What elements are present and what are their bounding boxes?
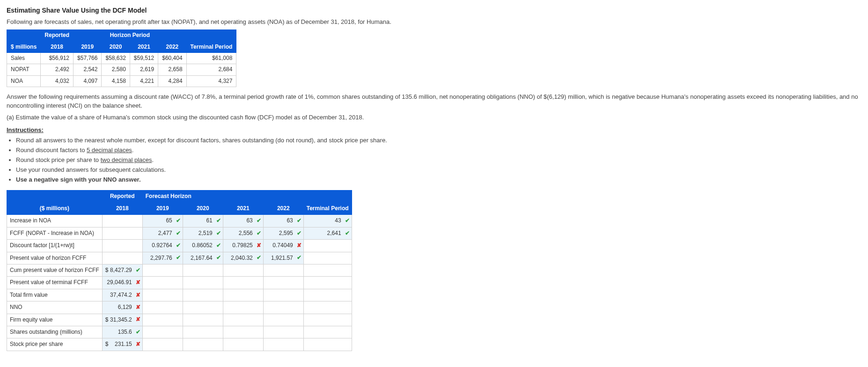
empty-cell — [142, 264, 183, 277]
empty-cell — [183, 277, 223, 289]
forecast-col-2021: 2021 — [130, 41, 158, 52]
data-cell: 2,542 — [74, 64, 102, 75]
answer-input[interactable]: 0.74049✘ — [263, 240, 303, 252]
forecast-col-2020: 2020 — [102, 41, 130, 52]
dcf-group-forecast: Forecast Horizon — [142, 190, 303, 202]
answer-input[interactable]: $31,345.2✘ — [102, 314, 142, 326]
empty-cell — [223, 314, 263, 326]
row-label: NNO — [7, 301, 103, 314]
cell-value: 2,040.32 — [231, 255, 253, 261]
check-icon: ✔ — [176, 254, 181, 262]
answer-input[interactable]: 0.79825✘ — [223, 240, 263, 252]
dcf-col-2019: 2019 — [142, 203, 183, 215]
answer-input[interactable]: 0.92764✔ — [142, 240, 183, 252]
cell-value: 0.92764 — [152, 242, 172, 249]
cell-value: 2,641 — [327, 230, 341, 236]
check-icon: ✔ — [176, 229, 181, 237]
answer-input[interactable]: 43✔ — [303, 215, 352, 227]
answer-input[interactable]: 135.6✔ — [102, 326, 142, 338]
data-cell: 4,097 — [74, 75, 102, 87]
empty-cell — [102, 227, 142, 239]
forecast-group-reported: Reported — [41, 30, 74, 41]
instruction-item: Round discount factors to 5 decimal plac… — [16, 146, 861, 155]
answer-input[interactable]: 2,519✔ — [183, 227, 223, 239]
check-icon: ✔ — [297, 217, 302, 225]
answer-input[interactable]: 2,040.32✔ — [223, 252, 263, 264]
answer-input[interactable]: 29,046.91✘ — [102, 277, 142, 289]
empty-cell — [102, 240, 142, 252]
dcf-col-2018: 2018 — [102, 203, 142, 215]
empty-cell — [223, 338, 263, 351]
data-cell: $57,766 — [74, 52, 102, 64]
row-label: Shares outstanding (millions) — [7, 326, 103, 338]
empty-cell — [263, 301, 303, 314]
answer-input[interactable]: 65✔ — [142, 215, 183, 227]
answer-input[interactable]: 2,641✔ — [303, 227, 352, 239]
answer-input[interactable]: 2,297.76✔ — [142, 252, 183, 264]
answer-input[interactable]: 2,167.64✔ — [183, 252, 223, 264]
x-icon: ✘ — [257, 242, 261, 250]
empty-cell — [223, 301, 263, 314]
table-row: Firm equity value$31,345.2✘ — [7, 314, 352, 326]
check-icon: ✔ — [216, 229, 221, 237]
answer-input[interactable]: 63✔ — [263, 215, 303, 227]
table-row: Stock price per share$231.15✘ — [7, 338, 352, 351]
answer-input[interactable]: 61✔ — [183, 215, 223, 227]
answer-input[interactable]: $8,427.29✔ — [102, 264, 142, 277]
dcf-col-2022: 2022 — [263, 203, 303, 215]
check-icon: ✔ — [345, 217, 350, 225]
empty-cell — [142, 326, 183, 338]
empty-cell — [263, 326, 303, 338]
check-icon: ✔ — [216, 217, 221, 225]
answer-input[interactable]: 2,477✔ — [142, 227, 183, 239]
x-icon: ✘ — [136, 340, 140, 348]
row-label: Discount factor [1/(1+rw)t] — [7, 240, 103, 252]
table-row: Shares outstanding (millions)135.6✔ — [7, 326, 352, 338]
answer-input[interactable]: 63✔ — [223, 215, 263, 227]
forecast-col-2018: 2018 — [41, 41, 74, 52]
page-title: Estimating Share Value Using the DCF Mod… — [7, 6, 861, 15]
dcf-col-2020: 2020 — [183, 203, 223, 215]
table-row: Total firm value37,474.2✘ — [7, 289, 352, 301]
data-cell: 4,032 — [41, 75, 74, 87]
data-cell: 2,619 — [130, 64, 158, 75]
cell-value: 65 — [166, 217, 172, 224]
empty-cell — [183, 314, 223, 326]
answer-input[interactable]: 2,556✔ — [223, 227, 263, 239]
answer-input[interactable]: $231.15✘ — [102, 338, 142, 351]
empty-cell — [303, 264, 352, 277]
empty-cell — [102, 215, 142, 227]
answer-input[interactable]: 0.86052✔ — [183, 240, 223, 252]
empty-cell — [263, 314, 303, 326]
empty-cell — [303, 252, 352, 264]
currency-prefix: $ — [105, 316, 109, 324]
table-row: NOPAT2,4922,5422,5802,6192,6582,684 — [7, 64, 236, 75]
answer-input[interactable]: 2,595✔ — [263, 227, 303, 239]
cell-value: 231.15 — [115, 341, 132, 347]
table-row: NNO6,129✘ — [7, 301, 352, 314]
check-icon: ✔ — [257, 217, 261, 225]
row-label: Firm equity value — [7, 314, 103, 326]
empty-cell — [142, 314, 183, 326]
empty-cell — [303, 338, 352, 351]
x-icon: ✘ — [297, 242, 302, 250]
data-cell: 2,580 — [102, 64, 130, 75]
answer-input[interactable]: 6,129✘ — [102, 301, 142, 314]
dcf-col-terminal: Terminal Period — [303, 203, 352, 215]
data-cell: 2,492 — [41, 64, 74, 75]
answer-input[interactable]: 37,474.2✘ — [102, 289, 142, 301]
empty-cell — [183, 338, 223, 351]
check-icon: ✔ — [216, 254, 221, 262]
x-icon: ✘ — [136, 316, 140, 324]
empty-cell — [183, 301, 223, 314]
cell-value: 1,921.57 — [271, 255, 293, 261]
answer-input[interactable]: 1,921.57✔ — [263, 252, 303, 264]
dcf-table: Reported Forecast Horizon ($ millions) 2… — [7, 190, 352, 351]
empty-cell — [183, 289, 223, 301]
empty-cell — [303, 314, 352, 326]
table-row: Present value of horizon FCFF2,297.76✔2,… — [7, 252, 352, 264]
instruction-item: Round all answers to the nearest whole n… — [16, 136, 861, 145]
x-icon: ✘ — [136, 303, 140, 311]
part-a-text: (a) Estimate the value of a share of Hum… — [7, 113, 861, 122]
instruction-item: Use a negative sign with your NNO answer… — [16, 176, 861, 184]
